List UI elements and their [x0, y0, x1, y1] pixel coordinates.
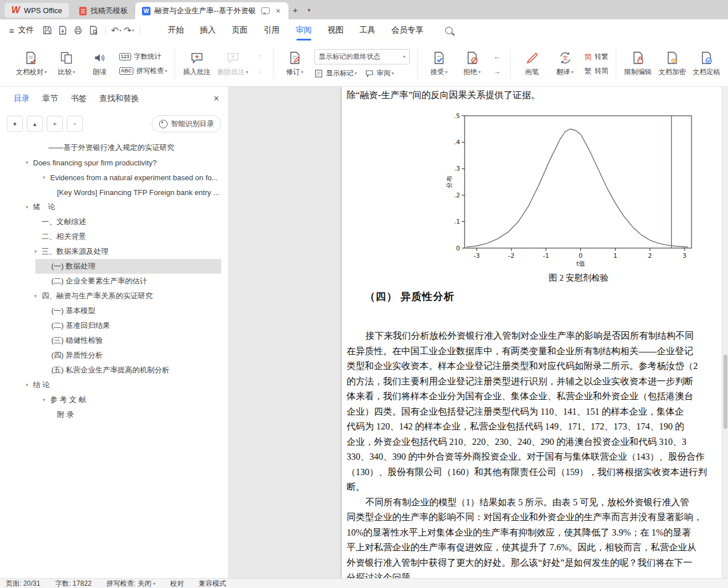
toc-item[interactable]: (三) 稳健性检验 — [0, 333, 228, 348]
chevron-down-icon[interactable]: ▾ — [26, 160, 33, 165]
sidebar-tab-contents[interactable]: 目录 — [14, 94, 30, 104]
review-ribbon: 文档校对▾ 比较▾ 朗读 123 字数统计 ABC 拼写检查▾ 插入批注 — [0, 41, 728, 87]
reject-revision-button[interactable]: 拒绝▾ — [455, 48, 489, 80]
tab-active-document[interactable]: W 融资与企业生产率--基于外资银 × — [135, 2, 288, 19]
toc-item[interactable]: (一) 基本模型 — [0, 303, 228, 318]
encrypt-document-button[interactable]: 文档加密 — [655, 48, 689, 80]
to-simplified-button[interactable]: 繁 转简 — [584, 66, 608, 76]
document-canvas: 除“融资-生产率”间的反向因果关系提供了证据。 0.1.2.3.4.5-3-2-… — [228, 87, 728, 579]
toc-item[interactable]: (四) 异质性分析 — [0, 348, 228, 363]
undo-dropdown-icon[interactable]: ▾ — [119, 28, 121, 33]
toc-item[interactable]: ▾Does financing spur firm productivity? — [0, 155, 228, 170]
tab-view[interactable]: 视图 — [320, 19, 352, 41]
document-text-line: 平上对私营企业的生产率有促进效应，使其提升了 7.6%。因此，相较而言，私营企业… — [347, 540, 728, 555]
sidebar-tab-chapters[interactable]: 章节 — [42, 94, 58, 104]
toc-item[interactable]: [Key Words] Financing TFP Foreign bank e… — [0, 185, 228, 200]
accept-revision-button[interactable]: 接受▾ — [422, 48, 455, 80]
redo-button[interactable]: ↷ ▾ — [123, 25, 135, 36]
scrollbar-thumb[interactable] — [723, 355, 727, 429]
smart-toc-button[interactable]: 智能识别目录 — [152, 115, 221, 132]
page-indicator: 页面: 20/31 — [6, 579, 40, 588]
figure-2-placebo-chart[interactable]: 0.1.2.3.4.5-3-2-10123t值分布 — [445, 112, 701, 267]
track-changes-button[interactable]: 修订▾ — [278, 48, 311, 80]
toc-item[interactable]: 附 录 — [0, 407, 228, 422]
comment-bubble-icon[interactable] — [261, 7, 270, 14]
wps-home-tab[interactable]: W WPS Office — [5, 3, 69, 18]
finalize-document-button[interactable]: 文档定稿 — [689, 48, 723, 80]
show-markup-button[interactable]: 显示标记▾ — [314, 68, 357, 78]
redo-dropdown-icon[interactable]: ▾ — [132, 28, 135, 33]
tab-insert[interactable]: 插入 — [192, 19, 224, 41]
status-bar: 页面: 20/31 字数: 17822 拼写检查: 关闭▾ 校对 兼容模式 — [0, 578, 728, 588]
sidebar-tab-bookmarks[interactable]: 书签 — [71, 94, 87, 104]
previous-comment-button[interactable]: ↑ — [254, 51, 266, 62]
tab-home[interactable]: 开始 — [160, 19, 192, 41]
new-tab-button[interactable]: + — [288, 3, 302, 17]
next-change-button[interactable]: → — [491, 66, 503, 76]
translate-button[interactable]: 文 翻译▾ — [548, 48, 581, 80]
file-menu-button[interactable]: ≡ 文件 — [6, 25, 40, 35]
save-button[interactable] — [40, 23, 55, 37]
chevron-down-icon[interactable]: ▾ — [26, 382, 33, 388]
word-count-button[interactable]: 123 字数统计 — [119, 52, 168, 62]
toc-item[interactable]: 二、相关背景 — [0, 229, 228, 244]
spell-check-button[interactable]: ABC 拼写检查▾ — [119, 66, 168, 76]
compare-button[interactable]: 比较▾ — [50, 48, 83, 80]
restrict-editing-button[interactable]: 限制编辑 — [621, 48, 655, 80]
markup-state-select[interactable]: 显示标记的最终状态 ▾ — [314, 49, 410, 64]
print-button[interactable] — [71, 23, 86, 37]
document-page[interactable]: 除“融资-生产率”间的反向因果关系提供了证据。 0.1.2.3.4.5-3-2-… — [342, 87, 728, 579]
insert-comment-button[interactable]: 插入批注 — [180, 48, 214, 80]
toc-item[interactable]: ▾参 考 文 献 — [0, 392, 228, 407]
zoom-out-outline-button[interactable]: − — [67, 116, 83, 132]
toc-item[interactable]: ▾结 论 — [0, 378, 228, 392]
collapse-all-button[interactable]: ▾ — [7, 116, 23, 132]
toc-item[interactable]: (五) 私营企业生产率提高的机制分析 — [0, 363, 228, 378]
close-sidebar-icon[interactable]: × — [214, 94, 219, 104]
delete-comment-button[interactable]: 删除批注▾ — [214, 48, 251, 80]
previous-change-button[interactable]: ← — [491, 51, 503, 62]
chevron-down-icon[interactable]: ▾ — [34, 293, 42, 299]
tab-list-dropdown-icon[interactable]: ▾ — [302, 3, 316, 17]
word-count-indicator[interactable]: 字数: 17822 — [55, 579, 92, 588]
svg-text:-3: -3 — [474, 252, 480, 259]
search-button[interactable] — [441, 22, 458, 38]
tab-tools[interactable]: 工具 — [352, 19, 384, 41]
toc-item-selected[interactable]: (一) 数据处理 — [35, 259, 221, 274]
chevron-down-icon[interactable]: ▾ — [43, 397, 50, 403]
sidebar-tab-find-replace[interactable]: 查找和替换 — [99, 94, 139, 104]
toc-item[interactable]: ▾Evidences from a natural experiment bas… — [0, 170, 228, 185]
toc-item[interactable]: ——基于外资银行准入规定的实证研究 — [0, 140, 228, 155]
compatibility-mode-indicator[interactable]: 兼容模式 — [198, 579, 226, 588]
chevron-down-icon[interactable]: ▾ — [34, 249, 42, 254]
export-pdf-button[interactable] — [56, 23, 70, 37]
toc-item[interactable]: ▾绪 论 — [0, 200, 228, 214]
zoom-in-outline-button[interactable]: + — [47, 116, 63, 132]
spellcheck-toggle[interactable]: 拼写检查: 关闭▾ — [107, 579, 156, 588]
ink-brush-button[interactable]: 画笔 — [515, 48, 548, 80]
close-tab-icon[interactable]: × — [275, 6, 282, 15]
vertical-scrollbar[interactable] — [722, 87, 728, 579]
proofread-status[interactable]: 校对 — [170, 579, 184, 588]
next-comment-button[interactable]: ↓ — [254, 66, 266, 76]
to-traditional-button[interactable]: 简 转繁 — [584, 52, 608, 62]
undo-button[interactable]: ↶ ▾ — [110, 25, 123, 36]
toc-item[interactable]: 一、文献综述 — [0, 214, 228, 229]
tab-member[interactable]: 会员专享 — [384, 19, 432, 41]
tab-template-doc[interactable]: 找稿壳模板 — [72, 2, 135, 19]
proofread-button[interactable]: 文档校对▾ — [13, 48, 50, 80]
tab-reference[interactable]: 引用 — [256, 19, 288, 41]
chevron-down-icon[interactable]: ▾ — [26, 204, 33, 210]
print-preview-button[interactable] — [87, 23, 101, 37]
toc-item[interactable]: (二) 基准回归结果 — [0, 318, 228, 333]
tab-review[interactable]: 审阅 — [288, 19, 320, 41]
expand-all-button[interactable]: ▴ — [27, 116, 43, 132]
toc-item[interactable]: ▾三、数据来源及处理 — [0, 244, 228, 259]
chevron-down-icon[interactable]: ▾ — [43, 175, 50, 180]
review-pane-button[interactable]: 审阅▾ — [365, 68, 394, 78]
document-text-line: 断。 — [347, 480, 728, 495]
read-aloud-button[interactable]: 朗读 — [83, 48, 116, 80]
toc-item[interactable]: ▾四、融资与生产率关系的实证研究 — [0, 289, 228, 303]
toc-item[interactable]: (二) 企业全要素生产率的估计 — [0, 274, 228, 289]
tab-page[interactable]: 页面 — [224, 19, 256, 41]
